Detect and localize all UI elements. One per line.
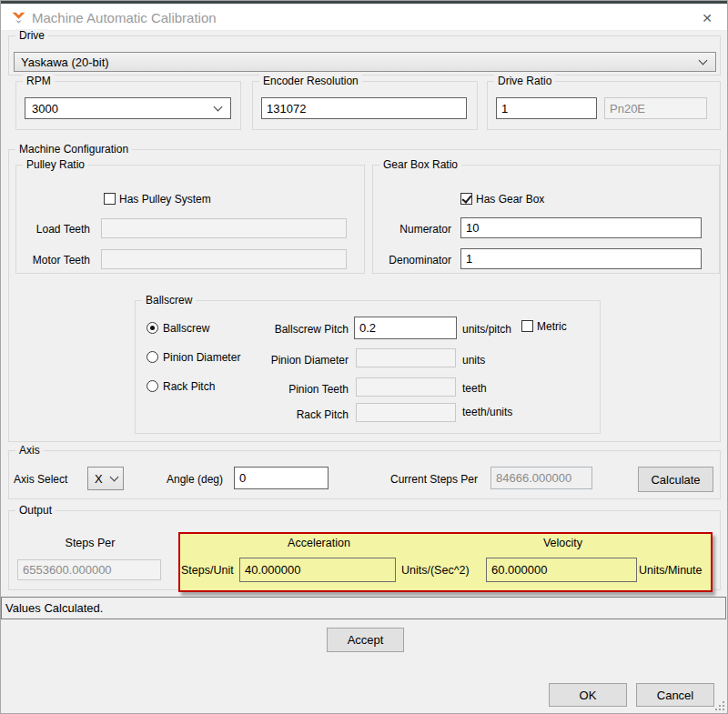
- has-gear-box-label[interactable]: Has Gear Box: [476, 193, 544, 206]
- numerator-input[interactable]: [460, 217, 702, 238]
- rack-pitch-input: [356, 403, 456, 422]
- acceleration-header: Acceleration: [239, 537, 399, 549]
- velocity-header: Velocity: [488, 537, 638, 549]
- encoder-resolution-input[interactable]: [261, 97, 467, 119]
- rpm-group-label: RPM: [23, 75, 55, 88]
- titlebar[interactable]: Machine Automatic Calibration ✕: [1, 4, 727, 31]
- pinion-diameter-unit: units: [462, 354, 485, 367]
- encoder-resolution-group-label: Encoder Resolution: [259, 75, 362, 88]
- drive-combobox[interactable]: Yaskawa (20-bit): [14, 52, 716, 72]
- accept-button[interactable]: Accept: [327, 628, 404, 652]
- ballscrew-pitch-label: Ballscrew Pitch: [247, 323, 349, 336]
- pinion-diameter-radio-label[interactable]: Pinion Diameter: [163, 351, 240, 364]
- motor-teeth-input: [101, 249, 347, 269]
- axis-group-label: Axis: [15, 444, 44, 458]
- load-teeth-label: Load Teeth: [19, 223, 90, 236]
- output-group-label: Output: [15, 504, 56, 518]
- chevron-down-icon: [699, 56, 708, 65]
- pulley-ratio-group-label: Pulley Ratio: [23, 158, 88, 172]
- pinion-diameter-radio[interactable]: [147, 351, 158, 363]
- rpm-combobox[interactable]: 3000: [25, 97, 231, 119]
- rack-pitch-label: Rack Pitch: [247, 408, 349, 421]
- denominator-label: Denominator: [376, 254, 451, 266]
- pinion-teeth-label: Pinion Teeth: [247, 383, 349, 396]
- velocity-input[interactable]: [486, 558, 637, 582]
- current-steps-per-label: Current Steps Per: [390, 473, 478, 486]
- drive-combobox-value: Yaskawa (20-bit): [21, 55, 109, 69]
- acceleration-unit-label: Units/(Sec^2): [401, 564, 470, 577]
- drive-ratio-group-label: Drive Ratio: [494, 75, 555, 88]
- rack-pitch-unit: teeth/units: [462, 406, 512, 418]
- angle-label: Angle (deg): [167, 473, 223, 486]
- app-logo-icon: [11, 10, 26, 25]
- chevron-down-icon: [110, 473, 119, 482]
- load-teeth-input: [101, 218, 347, 238]
- pinion-diameter-input: [356, 348, 456, 367]
- acceleration-input[interactable]: [239, 558, 396, 582]
- ballscrew-radio-label[interactable]: Ballscrew: [163, 322, 209, 335]
- drive-ratio-input[interactable]: [496, 97, 597, 119]
- numerator-label: Numerator: [376, 223, 451, 236]
- pinion-teeth-input: [356, 377, 456, 397]
- pinion-diameter-label: Pinion Diameter: [247, 354, 349, 367]
- steps-per-label: Steps Per: [19, 537, 161, 549]
- has-pulley-label[interactable]: Has Pulley System: [119, 193, 211, 206]
- steps-unit-label: Steps/Unit: [181, 564, 234, 577]
- metric-checkbox[interactable]: [521, 320, 533, 332]
- drive-group-label: Drive: [15, 29, 48, 43]
- axis-select-value: X: [95, 472, 103, 486]
- has-gear-box-checkbox[interactable]: [460, 193, 472, 205]
- metric-label[interactable]: Metric: [537, 320, 567, 333]
- gear-box-ratio-group-label: Gear Box Ratio: [379, 158, 461, 172]
- ok-button[interactable]: OK: [549, 683, 627, 707]
- rack-pitch-radio[interactable]: [147, 380, 158, 392]
- denominator-input[interactable]: [460, 248, 702, 269]
- cancel-button[interactable]: Cancel: [636, 683, 714, 707]
- calculate-button[interactable]: Calculate: [638, 467, 713, 492]
- rpm-combobox-value: 3000: [32, 102, 58, 116]
- steps-per-field: [17, 559, 161, 580]
- current-steps-per-field: [490, 467, 592, 489]
- axis-select-label: Axis Select: [14, 473, 67, 486]
- axis-select-combobox[interactable]: X: [87, 467, 124, 490]
- velocity-unit-label: Units/Minute: [639, 564, 702, 577]
- drive-ratio-pn-field: [604, 97, 707, 119]
- ballscrew-pitch-input[interactable]: [354, 317, 457, 339]
- ballscrew-group-label: Ballscrew: [142, 294, 196, 307]
- dialog-machine-automatic-calibration: Machine Automatic Calibration ✕ Drive Ya…: [0, 0, 728, 714]
- chevron-down-icon: [214, 103, 223, 112]
- close-icon[interactable]: ✕: [696, 7, 718, 29]
- ballscrew-radio[interactable]: [147, 322, 158, 334]
- ballscrew-pitch-unit: units/pitch: [462, 323, 511, 336]
- status-bar: Values Calculated.: [1, 597, 726, 619]
- machine-configuration-group-label: Machine Configuration: [15, 143, 132, 156]
- pinion-teeth-unit: teeth: [462, 382, 487, 395]
- rack-pitch-radio-label[interactable]: Rack Pitch: [163, 380, 215, 393]
- resize-grip[interactable]: [715, 701, 725, 711]
- window-title: Machine Automatic Calibration: [32, 10, 217, 25]
- angle-input[interactable]: [234, 467, 329, 489]
- motor-teeth-label: Motor Teeth: [19, 254, 90, 266]
- has-pulley-checkbox[interactable]: [104, 193, 116, 205]
